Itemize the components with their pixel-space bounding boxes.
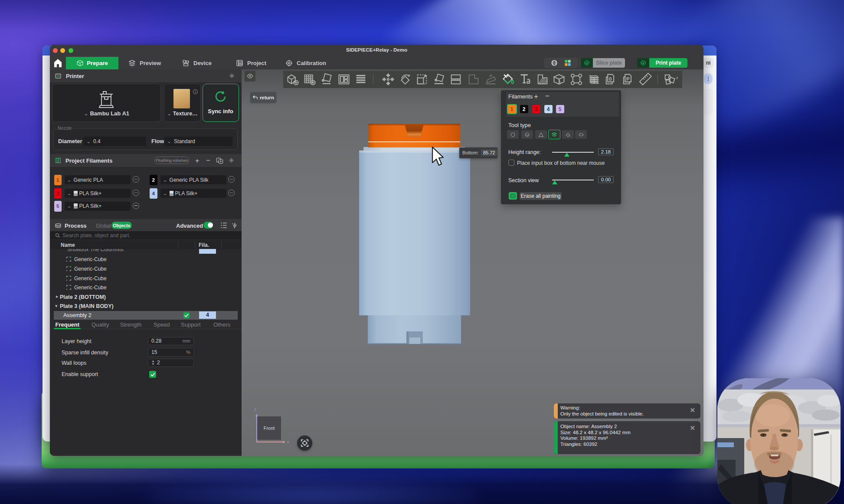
svg-text:0: 0 bbox=[609, 76, 612, 82]
svg-text:P: P bbox=[626, 76, 630, 82]
